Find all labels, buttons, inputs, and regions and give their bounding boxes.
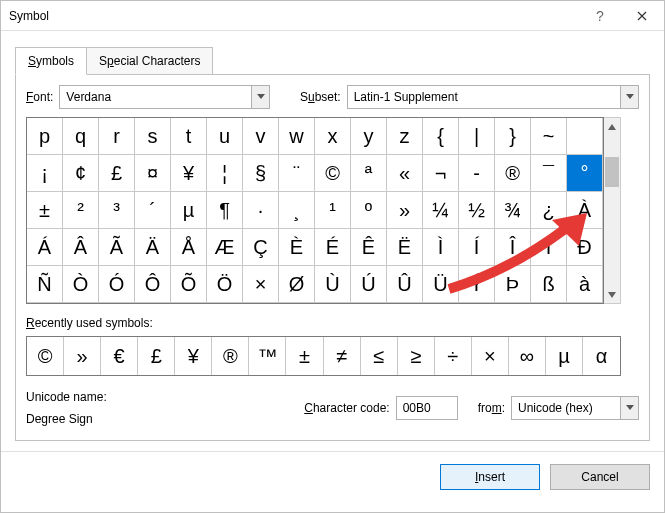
insert-button[interactable]: Insert xyxy=(440,464,540,490)
grid-cell[interactable]: } xyxy=(495,118,531,155)
recent-cell[interactable]: € xyxy=(101,337,138,375)
grid-cell[interactable]: y xyxy=(351,118,387,155)
grid-cell[interactable]: ´ xyxy=(135,192,171,229)
grid-cell[interactable]: w xyxy=(279,118,315,155)
grid-cell[interactable] xyxy=(567,118,603,155)
grid-cell[interactable]: ³ xyxy=(99,192,135,229)
grid-cell[interactable]: Ê xyxy=(351,229,387,266)
grid-cell[interactable]: q xyxy=(63,118,99,155)
recent-cell[interactable]: ± xyxy=(286,337,323,375)
grid-cell[interactable]: Õ xyxy=(171,266,207,303)
grid-cell[interactable]: ¡ xyxy=(27,155,63,192)
grid-cell[interactable]: ½ xyxy=(459,192,495,229)
cancel-button[interactable]: Cancel xyxy=(550,464,650,490)
recent-cell[interactable]: µ xyxy=(546,337,583,375)
grid-cell[interactable]: ¸ xyxy=(279,192,315,229)
scrollbar[interactable] xyxy=(604,117,621,304)
grid-cell[interactable]: t xyxy=(171,118,207,155)
grid-cell[interactable]: p xyxy=(27,118,63,155)
grid-cell[interactable]: Í xyxy=(459,229,495,266)
grid-cell[interactable]: x xyxy=(315,118,351,155)
from-combo[interactable]: Unicode (hex) xyxy=(511,396,639,420)
grid-cell[interactable]: Ø xyxy=(279,266,315,303)
grid-cell[interactable]: Á xyxy=(27,229,63,266)
grid-cell[interactable]: Î xyxy=(495,229,531,266)
grid-cell[interactable]: È xyxy=(279,229,315,266)
grid-cell[interactable]: À xyxy=(567,192,603,229)
grid-cell[interactable]: { xyxy=(423,118,459,155)
chevron-down-icon[interactable] xyxy=(251,86,269,108)
grid-cell[interactable]: Æ xyxy=(207,229,243,266)
recent-cell[interactable]: ™ xyxy=(249,337,286,375)
grid-cell[interactable]: ¶ xyxy=(207,192,243,229)
recent-cell[interactable]: ÷ xyxy=(435,337,472,375)
scroll-track[interactable] xyxy=(604,135,620,286)
grid-cell[interactable]: Ñ xyxy=(27,266,63,303)
recent-cell[interactable]: © xyxy=(27,337,64,375)
recent-cell[interactable]: ® xyxy=(212,337,249,375)
grid-cell[interactable]: É xyxy=(315,229,351,266)
grid-cell[interactable]: Ò xyxy=(63,266,99,303)
recent-cell[interactable]: α xyxy=(583,337,620,375)
font-combo[interactable]: Verdana xyxy=(59,85,270,109)
character-grid[interactable]: pqrstuvwxyz{|}~¡¢£¤¥¦§¨©ª«¬-®¯°±²³´µ¶·¸¹… xyxy=(26,117,604,304)
grid-cell[interactable]: £ xyxy=(99,155,135,192)
scroll-up-icon[interactable] xyxy=(604,118,620,135)
grid-cell[interactable]: ¼ xyxy=(423,192,459,229)
grid-cell[interactable]: ¿ xyxy=(531,192,567,229)
grid-cell[interactable]: © xyxy=(315,155,351,192)
close-button[interactable] xyxy=(620,2,664,30)
grid-cell[interactable]: § xyxy=(243,155,279,192)
recent-cell[interactable]: × xyxy=(472,337,509,375)
grid-cell[interactable]: ¤ xyxy=(135,155,171,192)
grid-cell[interactable]: Ë xyxy=(387,229,423,266)
recent-grid[interactable]: ©»€£¥®™±≠≤≥÷×∞µα xyxy=(26,336,621,376)
grid-cell[interactable]: Ö xyxy=(207,266,243,303)
grid-cell[interactable]: Ç xyxy=(243,229,279,266)
grid-cell[interactable]: · xyxy=(243,192,279,229)
grid-cell[interactable]: ª xyxy=(351,155,387,192)
grid-cell[interactable]: º xyxy=(351,192,387,229)
grid-cell[interactable]: Â xyxy=(63,229,99,266)
subset-combo[interactable]: Latin-1 Supplement xyxy=(347,85,639,109)
grid-cell[interactable]: Ü xyxy=(423,266,459,303)
grid-cell[interactable]: ² xyxy=(63,192,99,229)
grid-cell[interactable]: Å xyxy=(171,229,207,266)
grid-cell[interactable]: u xyxy=(207,118,243,155)
recent-cell[interactable]: ≠ xyxy=(324,337,361,375)
grid-cell[interactable]: µ xyxy=(171,192,207,229)
grid-cell[interactable]: Û xyxy=(387,266,423,303)
grid-cell[interactable]: « xyxy=(387,155,423,192)
grid-cell[interactable]: Þ xyxy=(495,266,531,303)
help-button[interactable]: ? xyxy=(580,2,620,30)
grid-cell[interactable]: z xyxy=(387,118,423,155)
grid-cell[interactable]: Ã xyxy=(99,229,135,266)
grid-cell[interactable]: ¯ xyxy=(531,155,567,192)
chevron-down-icon[interactable] xyxy=(620,397,638,419)
grid-cell[interactable]: ¹ xyxy=(315,192,351,229)
grid-cell[interactable]: à xyxy=(567,266,603,303)
grid-cell[interactable]: ¢ xyxy=(63,155,99,192)
recent-cell[interactable]: ∞ xyxy=(509,337,546,375)
recent-cell[interactable]: » xyxy=(64,337,101,375)
grid-cell[interactable]: - xyxy=(459,155,495,192)
chevron-down-icon[interactable] xyxy=(620,86,638,108)
grid-cell[interactable]: v xyxy=(243,118,279,155)
grid-cell[interactable]: ± xyxy=(27,192,63,229)
charcode-input[interactable] xyxy=(396,396,458,420)
grid-cell[interactable]: Ý xyxy=(459,266,495,303)
grid-cell[interactable]: ® xyxy=(495,155,531,192)
grid-cell[interactable]: s xyxy=(135,118,171,155)
grid-cell[interactable]: Ì xyxy=(423,229,459,266)
grid-cell[interactable]: ¨ xyxy=(279,155,315,192)
grid-cell[interactable]: Ú xyxy=(351,266,387,303)
grid-cell[interactable]: ~ xyxy=(531,118,567,155)
grid-cell[interactable]: ¬ xyxy=(423,155,459,192)
grid-cell[interactable]: ° xyxy=(567,155,603,192)
grid-cell[interactable]: Ð xyxy=(567,229,603,266)
grid-cell[interactable]: | xyxy=(459,118,495,155)
grid-cell[interactable]: r xyxy=(99,118,135,155)
recent-cell[interactable]: ¥ xyxy=(175,337,212,375)
tab-special-characters[interactable]: Special Characters xyxy=(86,47,213,74)
grid-cell[interactable]: × xyxy=(243,266,279,303)
